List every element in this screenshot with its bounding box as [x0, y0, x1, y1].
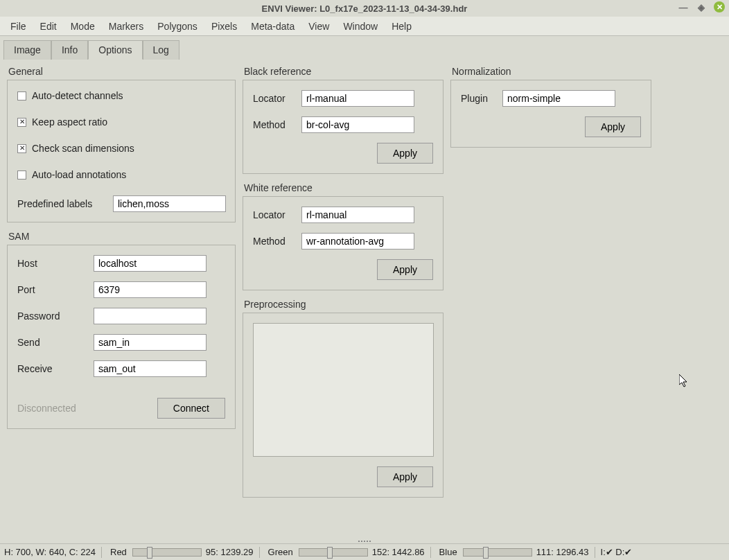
- norm-group: Plugin Apply: [450, 80, 651, 148]
- receive-label: Receive: [17, 363, 87, 374]
- br-apply-button[interactable]: Apply: [377, 143, 433, 164]
- auto-detect-checkbox[interactable]: [17, 91, 26, 100]
- status-flags: I:✔ D:✔: [601, 547, 633, 557]
- predef-label: Predefined labels: [17, 198, 106, 209]
- host-input[interactable]: [94, 255, 207, 272]
- menu-help[interactable]: Help: [385, 18, 418, 35]
- blackref-group: Locator Method Apply: [243, 80, 443, 174]
- preproc-apply-button[interactable]: Apply: [377, 466, 433, 487]
- tab-strip: Image Info Options Log: [0, 36, 729, 59]
- red-slider[interactable]: [132, 548, 202, 557]
- send-input[interactable]: [94, 334, 207, 351]
- menu-metadata[interactable]: Meta-data: [245, 18, 301, 35]
- green-slider[interactable]: [299, 548, 368, 557]
- connect-button[interactable]: Connect: [157, 398, 225, 419]
- scan-checkbox[interactable]: ✕: [17, 144, 26, 153]
- menu-polygons[interactable]: Polygons: [151, 18, 204, 35]
- red-label: Red: [110, 547, 127, 557]
- port-label: Port: [17, 284, 87, 295]
- plugin-label: Plugin: [461, 93, 495, 104]
- password-label: Password: [17, 310, 87, 322]
- menu-view[interactable]: View: [302, 18, 335, 35]
- minimize-icon[interactable]: —: [678, 1, 689, 12]
- whiteref-group: Locator Method Apply: [243, 196, 443, 290]
- br-locator-label: Locator: [253, 93, 295, 104]
- plugin-input[interactable]: [502, 90, 615, 107]
- menubar: File Edit Mode Markers Polygons Pixels M…: [0, 17, 729, 36]
- green-label: Green: [268, 547, 293, 557]
- wr-apply-button[interactable]: Apply: [377, 259, 433, 280]
- menu-mode[interactable]: Mode: [64, 18, 101, 35]
- br-method-label: Method: [253, 119, 295, 130]
- predef-input[interactable]: [113, 195, 226, 212]
- content-area: General Auto-detect channels ✕ Keep aspe…: [0, 59, 729, 505]
- maximize-icon[interactable]: ◈: [696, 1, 707, 12]
- blue-value: 111: 1296.43: [536, 547, 589, 557]
- auto-load-checkbox[interactable]: [17, 170, 26, 180]
- tab-options[interactable]: Options: [88, 40, 142, 60]
- port-input[interactable]: [94, 281, 207, 298]
- sam-status: Disconnected: [17, 403, 76, 414]
- menu-file[interactable]: File: [4, 18, 33, 35]
- send-label: Send: [17, 337, 87, 348]
- whiteref-title: White reference: [243, 182, 443, 193]
- norm-apply-button[interactable]: Apply: [585, 116, 641, 137]
- receive-input[interactable]: [94, 360, 207, 377]
- tab-info[interactable]: Info: [51, 40, 88, 60]
- preproc-list[interactable]: [253, 323, 434, 457]
- menu-window[interactable]: Window: [337, 18, 384, 35]
- green-value: 152: 1442.86: [372, 547, 425, 557]
- window-title: ENVI Viewer: L0_fx17e_2023-11-13_04-34-3…: [262, 3, 468, 14]
- password-input[interactable]: [94, 308, 207, 324]
- sam-title: SAM: [7, 231, 236, 242]
- preproc-group: Apply: [243, 313, 443, 498]
- blue-label: Blue: [439, 547, 457, 557]
- wr-locator-input[interactable]: [301, 207, 414, 223]
- sam-group: Host Port Password Send Receive: [7, 245, 236, 429]
- preproc-title: Preprocessing: [243, 299, 443, 310]
- status-dims: H: 700, W: 640, C: 224: [4, 547, 96, 557]
- close-icon[interactable]: ✕: [714, 1, 725, 12]
- menu-markers[interactable]: Markers: [103, 18, 150, 35]
- general-title: General: [7, 66, 236, 77]
- auto-load-label: Auto-load annotations: [32, 169, 126, 180]
- tab-image[interactable]: Image: [3, 40, 51, 60]
- wr-locator-label: Locator: [253, 209, 295, 220]
- menu-edit[interactable]: Edit: [34, 18, 63, 35]
- menu-pixels[interactable]: Pixels: [205, 18, 243, 35]
- statusbar: H: 700, W: 640, C: 224 Red 95: 1239.29 G…: [0, 543, 729, 560]
- br-method-input[interactable]: [301, 116, 414, 133]
- host-label: Host: [17, 258, 87, 269]
- wr-method-input[interactable]: [301, 233, 414, 250]
- window-controls: — ◈ ✕: [678, 1, 725, 12]
- blackref-title: Black reference: [243, 66, 443, 77]
- scan-label: Check scan dimensions: [32, 143, 134, 154]
- br-locator-input[interactable]: [301, 90, 414, 107]
- blue-slider[interactable]: [463, 548, 532, 557]
- aspect-checkbox[interactable]: ✕: [17, 118, 26, 127]
- aspect-label: Keep aspect ratio: [32, 116, 107, 128]
- general-group: Auto-detect channels ✕ Keep aspect ratio…: [7, 80, 236, 222]
- tab-log[interactable]: Log: [143, 40, 179, 60]
- red-value: 95: 1239.29: [206, 547, 254, 557]
- wr-method-label: Method: [253, 236, 295, 247]
- norm-title: Normalization: [450, 66, 651, 77]
- auto-detect-label: Auto-detect channels: [32, 90, 123, 101]
- titlebar: ENVI Viewer: L0_fx17e_2023-11-13_04-34-3…: [0, 0, 729, 17]
